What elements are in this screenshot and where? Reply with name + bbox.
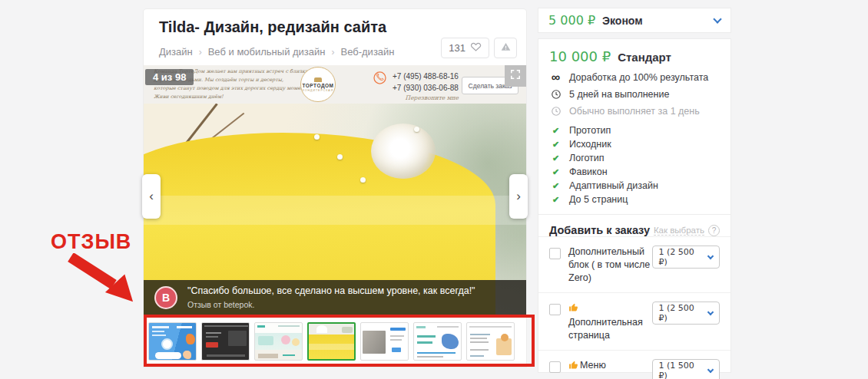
- standard-name: Стандарт: [618, 51, 671, 64]
- breadcrumb-separator: ›: [199, 47, 202, 58]
- feature-source: ✔Исходник: [549, 140, 720, 150]
- feature-prototype: ✔Прототип: [549, 126, 720, 136]
- check-icon: ✔: [549, 126, 562, 136]
- addon-option-extra-page: Дополнительная страница 1 (2 500 ₽): [538, 292, 731, 350]
- clock-icon: [549, 106, 562, 117]
- addon-label: Меню: [568, 359, 652, 374]
- expand-icon: [510, 69, 521, 83]
- clock-icon: [549, 89, 562, 100]
- carousel-next-button[interactable]: ›: [509, 174, 528, 219]
- warning-icon: [500, 41, 512, 55]
- how-to-choose-link[interactable]: Как выбрать: [654, 226, 704, 236]
- feature-favicon: ✔Фавикон: [549, 167, 720, 177]
- help-icon[interactable]: ?: [708, 225, 720, 236]
- review-quote: "Спасибо большое, все сделано на высшем …: [187, 285, 475, 296]
- contact-block: +7 (495) 488-68-16 +7 (930) 036-06-88 Пе…: [373, 71, 459, 101]
- infinity-icon: ∞: [549, 73, 562, 82]
- header-actions: 131: [441, 38, 517, 58]
- slide-banner: 4 из 98 Команда ТортоДом желает вам прия…: [144, 65, 526, 104]
- carousel-prev-button[interactable]: ‹: [142, 174, 161, 219]
- phone-number-2[interactable]: +7 (930) 036-06-88: [393, 82, 459, 94]
- feature-delivery-days: 5 дней на выполнение: [549, 89, 720, 100]
- addon-label: Дополнительная страница: [568, 302, 652, 342]
- addon-quantity-select[interactable]: 1 (2 500 ₽): [652, 302, 720, 325]
- feature-pages: ✔До 5 страниц: [549, 195, 720, 205]
- check-icon: ✔: [549, 140, 562, 150]
- annotation-rectangle-thumbnails: [144, 315, 535, 367]
- breadcrumb-web-mobile-design[interactable]: Веб и мобильный дизайн: [208, 46, 326, 58]
- annotation-arrow: [63, 253, 147, 308]
- white-rose: [371, 124, 436, 179]
- logo-crest-icon: [314, 77, 322, 82]
- addons-heading: Добавить к заказу: [549, 224, 650, 236]
- addon-quantity-select[interactable]: 1 (1 500 ₽): [652, 359, 720, 379]
- feature-adaptive: ✔Адаптивный дизайн: [549, 181, 720, 191]
- phone-number-1[interactable]: +7 (495) 488-68-16: [393, 71, 459, 82]
- pearl-decoration: [414, 127, 419, 132]
- breadcrumb-separator: ›: [332, 47, 335, 58]
- reviewer-avatar: B: [154, 286, 177, 309]
- addon-checkbox[interactable]: [549, 304, 561, 315]
- feature-logo: ✔Логотип: [549, 153, 720, 163]
- breadcrumb-web-design[interactable]: Веб-дизайн: [341, 46, 395, 58]
- check-icon: ✔: [549, 153, 562, 163]
- chevron-left-icon: ‹: [149, 189, 154, 204]
- feature-checklist: ✔Прототип ✔Исходник ✔Логотип ✔Фавикон ✔А…: [549, 126, 720, 205]
- thumbs-up-icon: [568, 360, 578, 374]
- addon-quantity-select[interactable]: 1 (2 500 ₽): [652, 246, 720, 269]
- like-button[interactable]: 131: [441, 38, 489, 58]
- carousel-slide-image: B "Спасибо большое, все сделано на высше…: [144, 104, 526, 316]
- page-title: Tilda- Дизайн, редизайн сайта: [159, 18, 386, 36]
- breadcrumb-design[interactable]: Дизайн: [159, 46, 193, 58]
- fullscreen-button[interactable]: [505, 65, 526, 87]
- callback-link[interactable]: Перезвоните мне: [393, 94, 459, 101]
- addon-option-extra-block: Дополнительный блок ( в том числе Zero) …: [538, 236, 731, 292]
- tortodom-logo: ТОРТОДОМ КОНДИТЕРСКАЯ: [300, 67, 336, 102]
- chevron-down-icon[interactable]: [713, 15, 721, 23]
- pearl-decoration: [314, 134, 320, 140]
- pearl-decoration: [360, 177, 366, 183]
- check-icon: ✔: [549, 195, 562, 205]
- feature-usual-delivery: Обычно выполняет за 1 день: [549, 106, 720, 117]
- report-button[interactable]: [494, 38, 517, 58]
- review-author: Отзыв от betepok.: [187, 300, 254, 309]
- addon-label: Дополнительный блок ( в том числе Zero): [568, 246, 652, 285]
- econom-name: Эконом: [602, 15, 643, 27]
- thumbs-up-icon: [568, 302, 578, 316]
- pearl-decoration: [337, 154, 343, 160]
- divider: [538, 214, 731, 215]
- chevron-right-icon: ›: [516, 189, 521, 204]
- chevron-down-icon: [707, 366, 714, 372]
- standard-price: 10 000 ₽: [549, 48, 611, 64]
- chevron-down-icon: [707, 252, 714, 259]
- feature-revisions: ∞ Доработка до 100% результата: [549, 72, 720, 83]
- slide-counter: 4 из 98: [145, 69, 194, 85]
- check-icon: ✔: [549, 181, 562, 191]
- addon-checkbox[interactable]: [549, 248, 561, 259]
- gig-card: Tilda- Дизайн, редизайн сайта Дизайн › В…: [144, 9, 526, 367]
- addon-option-menu: Меню 1 (1 500 ₽): [538, 350, 731, 379]
- review-overlay: B "Спасибо большое, все сделано на высше…: [144, 280, 526, 316]
- econom-price: 5 000 ₽: [548, 13, 595, 28]
- addon-checkbox[interactable]: [549, 361, 561, 373]
- whatsapp-phone-icon: [373, 71, 387, 101]
- tier-standard-card: 10 000 ₽ Стандарт ∞ Доработка до 100% ре…: [538, 38, 731, 373]
- tier-econom-row[interactable]: 5 000 ₽ Эконом: [538, 8, 731, 33]
- chevron-down-icon: [707, 308, 714, 315]
- check-icon: ✔: [549, 167, 562, 177]
- breadcrumb: Дизайн › Веб и мобильный дизайн › Веб-ди…: [159, 46, 395, 58]
- annotation-review-label: ОТЗЫВ: [51, 230, 131, 254]
- watermark-band: [144, 196, 526, 225]
- likes-count: 131: [449, 42, 465, 54]
- heart-icon: [470, 41, 482, 54]
